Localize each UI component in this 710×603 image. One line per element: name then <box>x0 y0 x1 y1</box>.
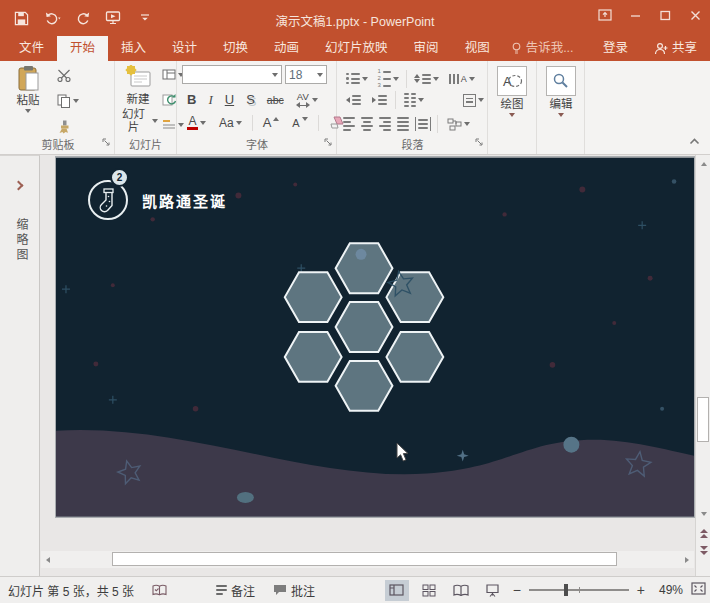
group-font: 18 B I U S abc AV A Aa <box>178 61 337 154</box>
line-spacing-button[interactable] <box>411 72 442 86</box>
next-slide-button[interactable] <box>696 542 710 558</box>
strikethrough-button[interactable]: abc <box>264 93 287 107</box>
close-icon[interactable] <box>680 0 710 30</box>
tab-home[interactable]: 开始 <box>57 36 108 61</box>
increase-indent-button[interactable] <box>369 93 390 107</box>
distribute-button[interactable] <box>415 117 431 131</box>
previous-slide-button[interactable] <box>696 525 710 541</box>
underline-button[interactable]: U <box>222 91 237 108</box>
tab-animations[interactable]: 动画 <box>261 36 312 61</box>
drawing-button[interactable]: A 绘图 <box>496 66 528 117</box>
redo-icon[interactable] <box>72 8 94 28</box>
tab-review[interactable]: 审阅 <box>401 36 452 61</box>
columns-button[interactable] <box>401 91 427 109</box>
copy-dropdown-icon[interactable] <box>73 99 79 103</box>
drawing-icon: A <box>501 72 523 90</box>
character-spacing-button[interactable]: AV <box>293 89 321 110</box>
decrease-indent-button[interactable] <box>343 93 364 107</box>
collapse-ribbon-icon[interactable] <box>689 134 700 148</box>
tab-slideshow[interactable]: 幻灯片放映 <box>312 36 401 61</box>
notes-icon <box>216 585 227 595</box>
slide-title-text[interactable]: 凯路通圣诞 <box>142 190 227 211</box>
tab-design[interactable]: 设计 <box>159 36 210 61</box>
normal-view-button[interactable] <box>385 580 409 601</box>
scroll-left-icon[interactable] <box>41 552 55 568</box>
reading-view-button[interactable] <box>449 580 473 601</box>
customize-qat-icon[interactable] <box>134 8 156 28</box>
tab-spacer <box>582 36 590 61</box>
justify-button[interactable] <box>397 117 409 131</box>
shrink-font-button[interactable]: A <box>289 115 310 131</box>
save-icon[interactable] <box>10 8 32 28</box>
start-slideshow-icon[interactable] <box>103 8 125 28</box>
paragraph-dialog-launcher-icon[interactable] <box>475 136 484 150</box>
window-controls <box>590 0 710 30</box>
slide-canvas[interactable] <box>56 157 694 517</box>
thumbnail-pane-collapsed[interactable]: 缩略图 <box>0 155 40 576</box>
horizontal-scrollbar[interactable] <box>41 551 694 568</box>
copy-button[interactable] <box>54 92 82 110</box>
zoom-slider[interactable] <box>529 589 629 591</box>
fit-slide-to-window-button[interactable] <box>691 582 706 598</box>
font-size-combobox[interactable]: 18 <box>285 65 327 84</box>
share-button[interactable]: 共享 <box>641 36 710 61</box>
horizontal-scroll-thumb[interactable] <box>112 552 617 566</box>
tab-view[interactable]: 视图 <box>452 36 503 61</box>
minimize-icon[interactable] <box>620 0 650 30</box>
align-right-button[interactable] <box>379 117 391 131</box>
slide-sorter-view-button[interactable] <box>417 580 441 601</box>
font-color-button[interactable]: A <box>184 114 209 132</box>
undo-icon[interactable] <box>41 8 63 28</box>
zoom-in-button[interactable]: + <box>637 585 645 595</box>
paintbrush-icon <box>57 120 72 134</box>
tab-transitions[interactable]: 切换 <box>210 36 261 61</box>
text-shadow-button[interactable]: S <box>243 91 258 108</box>
format-painter-button[interactable] <box>54 118 82 136</box>
align-left-button[interactable] <box>343 117 355 131</box>
tab-file[interactable]: 文件 <box>6 36 57 61</box>
slideshow-view-button[interactable] <box>481 580 505 601</box>
change-case-button[interactable]: Aa <box>216 114 245 132</box>
sign-in-button[interactable]: 登录 <box>590 36 641 61</box>
svg-text:A: A <box>503 74 512 89</box>
scroll-up-icon[interactable] <box>696 156 710 172</box>
editing-button[interactable]: 编辑 <box>545 66 577 117</box>
new-slide-icon <box>125 65 152 91</box>
fit-to-window-icon <box>691 582 706 595</box>
grow-font-button[interactable]: A <box>260 113 283 132</box>
app-header: 演示文稿1.pptx - PowerPoint 文件 开始 插入 设计 切换 动… <box>0 0 710 61</box>
new-slide-button[interactable]: 新建 幻灯片 <box>118 65 158 134</box>
spell-check-button[interactable] <box>152 584 168 597</box>
font-name-dropdown-icon[interactable] <box>272 73 278 77</box>
new-slide-dropdown-icon[interactable] <box>152 119 158 123</box>
font-dialog-launcher-icon[interactable] <box>324 136 333 150</box>
zoom-percentage[interactable]: 49% <box>653 583 683 597</box>
tell-me-box[interactable]: 告诉我... <box>503 36 582 61</box>
zoom-out-button[interactable]: − <box>513 585 521 595</box>
align-center-button[interactable] <box>361 117 373 131</box>
font-size-dropdown-icon[interactable] <box>317 73 323 77</box>
comments-button[interactable]: 批注 <box>273 582 315 599</box>
italic-button[interactable]: I <box>205 91 215 109</box>
bold-button[interactable]: B <box>184 91 199 108</box>
tab-insert[interactable]: 插入 <box>108 36 159 61</box>
ribbon-display-options-icon[interactable] <box>590 0 620 30</box>
convert-to-smartart-button[interactable] <box>444 116 473 133</box>
font-name-combobox[interactable] <box>182 65 282 84</box>
notes-button[interactable]: 备注 <box>216 582 255 599</box>
zoom-slider-thumb[interactable] <box>564 584 568 596</box>
expand-pane-chevron-icon[interactable] <box>14 181 24 191</box>
vertical-scrollbar[interactable] <box>695 155 710 576</box>
scroll-down-icon[interactable] <box>696 506 710 522</box>
vertical-scroll-thumb[interactable] <box>697 397 709 442</box>
text-direction-button[interactable]: A <box>446 72 478 86</box>
align-text-button[interactable] <box>460 92 487 109</box>
clipboard-dialog-launcher-icon[interactable] <box>102 136 111 150</box>
maximize-icon[interactable] <box>650 0 680 30</box>
paste-button[interactable]: 粘贴 <box>8 65 48 113</box>
scroll-right-icon[interactable] <box>680 552 694 568</box>
cut-button[interactable] <box>54 67 82 84</box>
bullets-button[interactable] <box>343 71 371 87</box>
numbering-button[interactable]: 1 2 3 <box>375 67 402 90</box>
paste-dropdown-icon[interactable] <box>25 109 31 113</box>
